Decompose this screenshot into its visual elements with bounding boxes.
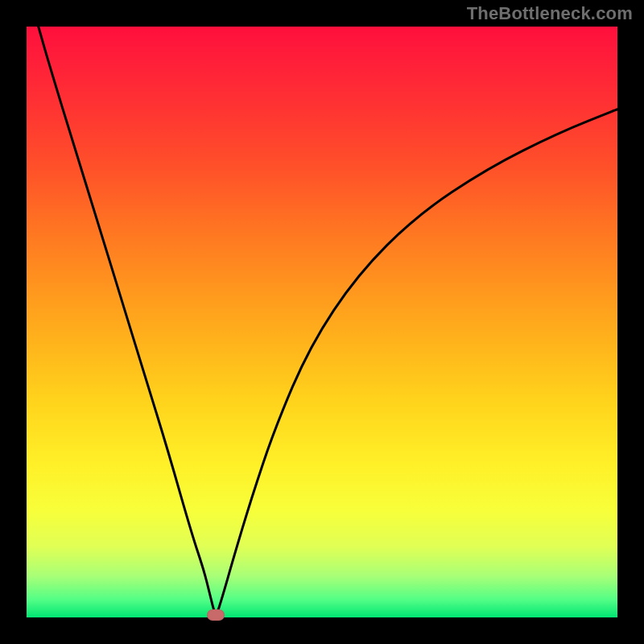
watermark-text: TheBottleneck.com <box>467 3 633 24</box>
chart-frame: TheBottleneck.com <box>0 0 644 644</box>
bottleneck-curve <box>39 27 617 613</box>
plot-area <box>27 27 617 617</box>
minimum-marker <box>207 609 225 621</box>
curve-svg <box>27 27 617 617</box>
